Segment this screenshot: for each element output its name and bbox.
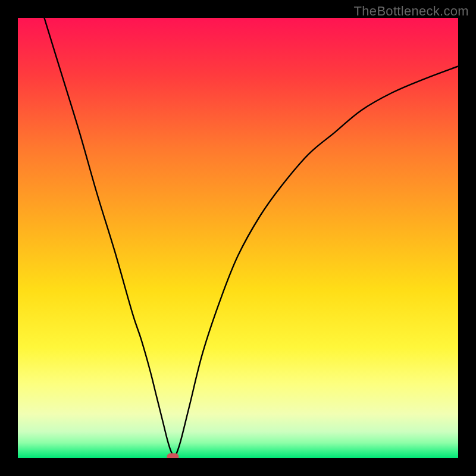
chart-svg <box>18 18 458 458</box>
watermark-text: TheBottleneck.com <box>354 4 469 19</box>
chart-frame: TheBottleneck.com <box>0 0 476 476</box>
chart-marker <box>167 453 178 458</box>
plot-area <box>18 18 458 458</box>
chart-background <box>18 18 458 458</box>
